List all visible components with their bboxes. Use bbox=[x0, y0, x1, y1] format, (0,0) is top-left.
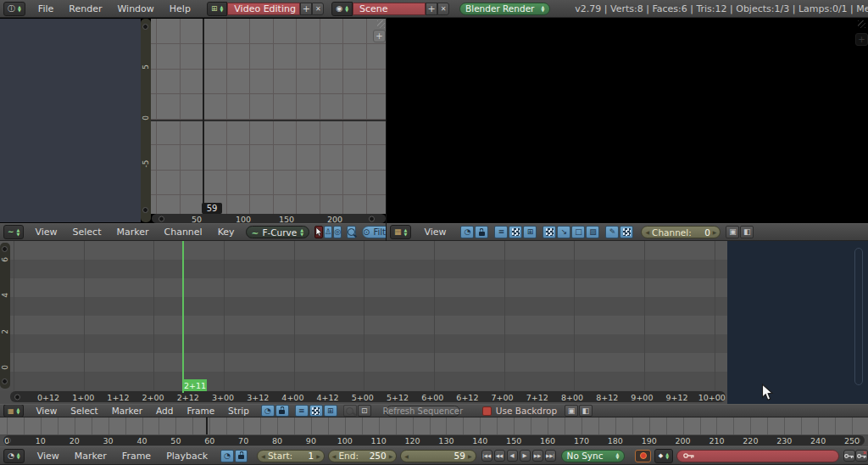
next-keyframe-button[interactable]: ▶▶ bbox=[532, 450, 543, 462]
seq-clapperboard-button[interactable]: ◧ bbox=[579, 405, 593, 417]
jump-to-end-button[interactable]: ▶▶| bbox=[545, 450, 556, 462]
ghost-curves-button[interactable]: ♙ bbox=[324, 226, 332, 238]
editor-type-button-sequencer[interactable]: ▦ ▲▼ bbox=[3, 404, 24, 417]
overlay-list-button[interactable]: ≡ bbox=[494, 226, 508, 238]
menu-select[interactable]: Select bbox=[64, 406, 104, 416]
menu-key[interactable]: Key bbox=[210, 227, 242, 238]
end-frame-slider[interactable]: ◀ End: 250 ▶ bbox=[328, 450, 397, 462]
menu-frame[interactable]: Frame bbox=[180, 406, 221, 416]
zoom-region-button[interactable] bbox=[347, 226, 356, 238]
pencil-overlay-button[interactable]: ✎ bbox=[605, 226, 619, 238]
menu-add[interactable]: Add bbox=[149, 406, 180, 416]
seq-list-button[interactable]: ≡ bbox=[295, 405, 309, 417]
previous-keyframe-button[interactable]: ◀◀ bbox=[494, 450, 505, 462]
increment-arrow-icon[interactable]: ▶ bbox=[389, 453, 393, 459]
increment-arrow-icon[interactable]: ▶ bbox=[713, 229, 717, 235]
seq-lock-button[interactable] bbox=[275, 405, 289, 417]
menu-render[interactable]: Render bbox=[61, 3, 109, 14]
use-backdrop-checkbox[interactable] bbox=[482, 406, 492, 416]
decrement-arrow-icon[interactable]: ◀ bbox=[404, 453, 409, 459]
menu-frame[interactable]: Frame bbox=[114, 451, 159, 462]
delete-keyframe-button[interactable]: ✕ bbox=[855, 450, 868, 462]
menu-strip[interactable]: Strip bbox=[221, 406, 256, 416]
expand-panel-button[interactable]: + bbox=[373, 30, 386, 42]
outside-range-area[interactable] bbox=[727, 241, 868, 390]
keying-set-type-button[interactable]: ◆ ▲▼ bbox=[654, 449, 673, 463]
editor-type-button-graph[interactable]: ∼ ▲▼ bbox=[3, 225, 24, 239]
graph-channels-panel[interactable] bbox=[0, 19, 141, 222]
graph-canvas[interactable] bbox=[151, 19, 386, 214]
playhead-line[interactable] bbox=[182, 241, 184, 393]
editor-divider[interactable] bbox=[386, 18, 387, 241]
region-resize-grip[interactable] bbox=[377, 20, 385, 28]
screen-layout-name-field[interactable]: Video Editing bbox=[227, 3, 300, 15]
menu-window[interactable]: Window bbox=[109, 3, 161, 14]
increment-arrow-icon[interactable]: ▶ bbox=[316, 453, 320, 459]
layout-browse-button[interactable]: ⊞ ▲▼ bbox=[207, 2, 227, 16]
timeline-ruler[interactable]: 0102030405060708090100110120130140150160… bbox=[0, 434, 868, 446]
sequencer-ruler[interactable]: 0+121+001+122+002+123+003+124+004+125+00… bbox=[0, 390, 868, 404]
seq-stamp-button[interactable]: ⊡ bbox=[358, 405, 371, 417]
current-frame-field[interactable]: ◀ 59 ▶ bbox=[400, 450, 476, 462]
increment-arrow-icon[interactable]: ▶ bbox=[468, 453, 472, 459]
normalize-wheel-button[interactable]: ◎ bbox=[333, 226, 342, 238]
play-button[interactable]: ▶ bbox=[520, 450, 531, 462]
close-layout-button[interactable]: ✕ bbox=[312, 3, 324, 15]
menu-view[interactable]: View bbox=[30, 451, 67, 462]
menu-channel[interactable]: Channel bbox=[156, 227, 209, 238]
insert-keyframe-button[interactable] bbox=[843, 450, 856, 462]
render-engine-select[interactable]: Blender Render ▲▼ bbox=[459, 3, 550, 15]
menu-select[interactable]: Select bbox=[65, 227, 109, 238]
filters-button[interactable]: ⊙ Filters bbox=[362, 226, 387, 238]
seq-clock-button[interactable]: ◔ bbox=[261, 405, 275, 417]
cursor-mode-button[interactable] bbox=[314, 226, 323, 238]
checker-c-button[interactable] bbox=[620, 226, 633, 238]
refresh-sequencer-button[interactable]: Refresh Sequencer bbox=[386, 406, 460, 417]
active-keying-set-field[interactable] bbox=[676, 450, 839, 462]
auto-keyframe-record-button[interactable] bbox=[635, 450, 650, 462]
scene-name-field[interactable]: Scene bbox=[353, 3, 426, 15]
region-resize-grip[interactable] bbox=[858, 20, 865, 28]
menu-marker[interactable]: Marker bbox=[108, 227, 156, 238]
seq-render-view-button[interactable]: ▣ bbox=[565, 405, 578, 417]
editor-type-button-timeline[interactable]: ◔ ▲▼ bbox=[3, 449, 25, 463]
transform-arrow-button[interactable]: ↘ bbox=[557, 226, 570, 238]
menu-view[interactable]: View bbox=[416, 227, 453, 238]
menu-playback[interactable]: Playback bbox=[159, 451, 215, 462]
graph-mode-select[interactable]: ∼ F-Curve ▲▼ bbox=[246, 226, 309, 238]
sync-mode-select[interactable]: No Sync ▲▼ bbox=[561, 450, 626, 462]
grid-snap-button[interactable]: ⊞ bbox=[523, 226, 537, 238]
scene-browse-button[interactable]: ◉ ▲▼ bbox=[331, 2, 353, 16]
menu-marker[interactable]: Marker bbox=[67, 451, 114, 462]
menu-view[interactable]: View bbox=[29, 406, 64, 416]
render-view-button[interactable]: ▣ bbox=[726, 226, 739, 238]
expand-panel-button[interactable]: + bbox=[855, 33, 868, 46]
jump-to-start-button[interactable]: |◀◀ bbox=[481, 450, 492, 462]
preview-clock-button[interactable]: ◔ bbox=[460, 226, 474, 238]
seq-grid-button[interactable]: ⊞ bbox=[324, 405, 337, 417]
seq-checker-button[interactable] bbox=[309, 405, 323, 417]
menu-file[interactable]: File bbox=[31, 3, 61, 14]
channel-slider[interactable]: ◀ Channel: 0 ▶ bbox=[641, 226, 721, 238]
menu-marker[interactable]: Marker bbox=[105, 406, 149, 416]
preview-lock-button[interactable] bbox=[475, 226, 488, 238]
sequencer-canvas[interactable] bbox=[0, 241, 868, 390]
safe-area-button[interactable]: □ bbox=[571, 226, 585, 238]
start-frame-slider[interactable]: ◀ Start: 1 ▶ bbox=[257, 450, 325, 462]
image-display-button[interactable]: ▨ bbox=[586, 226, 599, 238]
play-reverse-button[interactable]: ◀ bbox=[507, 450, 518, 462]
seq-zoom-button[interactable] bbox=[343, 405, 357, 417]
menu-help[interactable]: Help bbox=[162, 3, 198, 14]
timeline-canvas[interactable] bbox=[0, 417, 868, 434]
checker-b-button[interactable] bbox=[542, 226, 556, 238]
editor-type-button-preview[interactable]: ▦ ▲▼ bbox=[390, 225, 411, 239]
close-scene-button[interactable]: ✕ bbox=[437, 3, 449, 15]
editor-type-button-info[interactable]: ⓘ ▲▼ bbox=[3, 2, 25, 16]
preview-canvas[interactable] bbox=[387, 19, 868, 223]
tl-clock-button[interactable]: ◔ bbox=[220, 450, 234, 462]
add-layout-button[interactable]: + bbox=[300, 3, 312, 15]
add-scene-button[interactable]: + bbox=[426, 3, 437, 15]
tl-lock-button[interactable] bbox=[235, 450, 248, 462]
clapperboard-button[interactable]: ◧ bbox=[740, 226, 754, 238]
sequencer-right-scrollbar[interactable] bbox=[854, 248, 863, 385]
